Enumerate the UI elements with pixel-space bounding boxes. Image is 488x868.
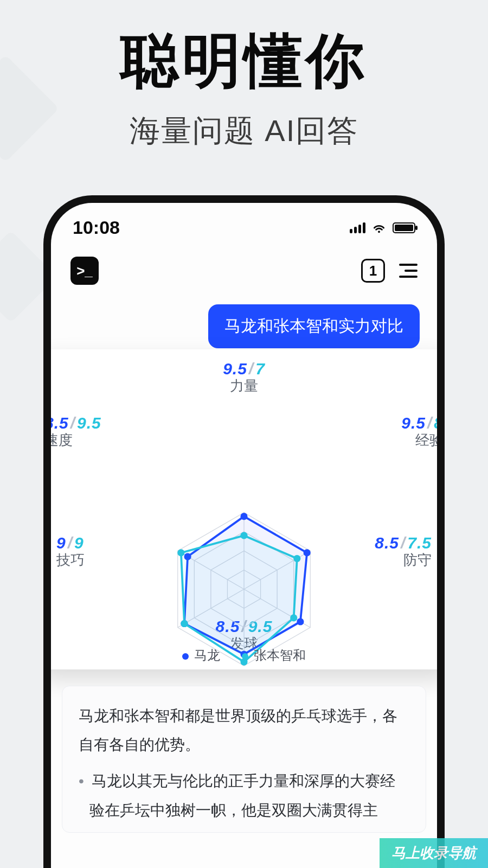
legend: 马龙 张本智和: [43, 647, 445, 664]
status-time: 10:08: [73, 217, 120, 238]
svg-point-18: [240, 532, 247, 539]
chat-area: 马龙和张本智和实力对比: [51, 292, 437, 348]
answer-paragraph: 马龙和张本智和都是世界顶级的乒乓球选手，各自有各自的优势。: [79, 701, 409, 759]
svg-point-11: [240, 513, 247, 520]
signal-icon: [350, 222, 365, 233]
svg-point-23: [177, 549, 184, 556]
legend-item-2: 张本智和: [242, 647, 306, 664]
svg-marker-17: [181, 535, 297, 662]
hero-subtitle: 海量问题 AI回答: [0, 111, 488, 152]
svg-point-19: [293, 555, 300, 562]
user-message-bubble: 马龙和张本智和实力对比: [208, 304, 420, 348]
axis-label-defense: 8.5/7.5 防守: [375, 534, 432, 567]
axis-label-power: 9.5/7 力量: [223, 360, 265, 393]
wifi-icon: [372, 222, 386, 233]
watermark: 马上收录导航: [380, 838, 488, 868]
answer-bullet: 马龙以其无与伦比的正手力量和深厚的大赛经验在乒坛中独树一帜，他是双圈大满贯得主: [89, 767, 409, 824]
phone-frame: 10:08 >_ 1 马龙和张本智和实力对比: [43, 195, 445, 868]
svg-point-13: [297, 618, 304, 625]
svg-point-12: [304, 549, 311, 556]
legend-item-1: 马龙: [182, 647, 220, 664]
radar-card: 9.5/7 力量 9.5/8 经验 8.5/7.5 防守 8.5/9.5 发球 …: [43, 349, 445, 669]
hero: 聪明懂你 海量问题 AI回答: [0, 22, 488, 152]
tab-count-button[interactable]: 1: [361, 259, 385, 283]
ai-answer-card: 马龙和张本智和都是世界顶级的乒乓球选手，各自有各自的优势。 马龙以其无与伦比的正…: [62, 686, 426, 833]
app-bar: >_ 1: [51, 241, 437, 292]
app-logo-icon[interactable]: >_: [70, 257, 99, 285]
axis-label-skill: 9/9 技巧: [56, 534, 85, 567]
axis-label-speed: 8.5/9.5 速度: [44, 414, 101, 448]
battery-icon: [393, 222, 415, 233]
status-bar: 10:08: [51, 203, 437, 241]
hero-title: 聪明懂你: [0, 22, 488, 101]
menu-icon[interactable]: [399, 264, 418, 278]
svg-point-20: [290, 614, 297, 621]
axis-label-experience: 9.5/8 经验: [401, 414, 444, 448]
status-icons: [350, 222, 415, 233]
svg-point-22: [181, 620, 188, 627]
